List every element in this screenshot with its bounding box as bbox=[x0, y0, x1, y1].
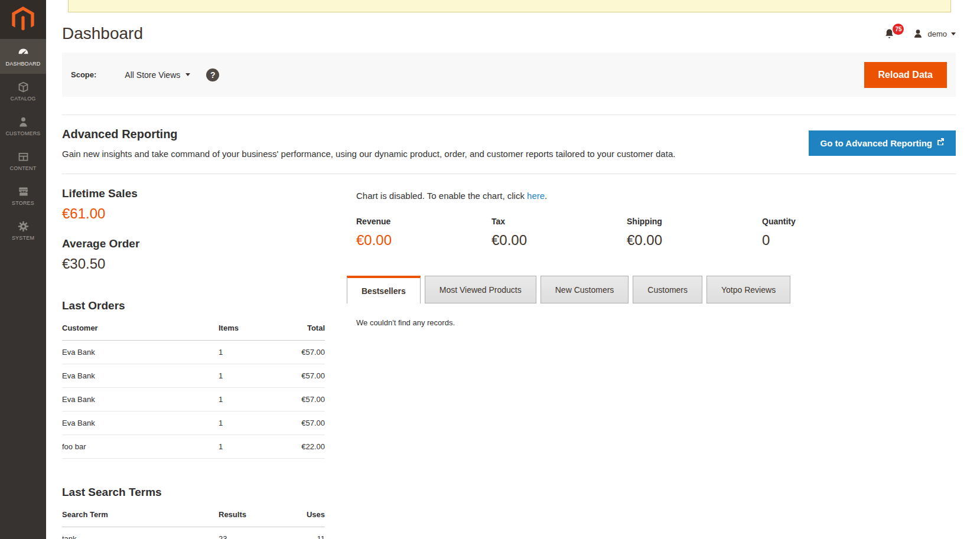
admin-sidebar: DASHBOARD CATALOG CUSTOMERS CONTENT STOR bbox=[0, 0, 46, 539]
dashboard-columns: Lifetime Sales €61.00 Average Order €30.… bbox=[62, 174, 956, 539]
table-row[interactable]: tank 23 11 bbox=[62, 527, 325, 539]
customers-person-icon bbox=[17, 116, 30, 128]
chevron-down-icon bbox=[185, 73, 190, 76]
cell-total: €22.00 bbox=[272, 435, 325, 459]
content-layout-icon bbox=[17, 151, 30, 163]
column-header-total: Total bbox=[272, 317, 325, 341]
lifetime-sales-value: €61.00 bbox=[62, 205, 325, 222]
kpi-label: Quantity bbox=[762, 217, 897, 226]
tab-most-viewed-products[interactable]: Most Viewed Products bbox=[425, 276, 536, 303]
system-gear-icon bbox=[17, 220, 30, 233]
sidebar-item-label: CONTENT bbox=[10, 165, 37, 171]
advanced-reporting-title: Advanced Reporting bbox=[62, 128, 675, 141]
go-to-advanced-reporting-button[interactable]: Go to Advanced Reporting bbox=[809, 130, 956, 156]
sidebar-item-customers[interactable]: CUSTOMERS bbox=[0, 109, 46, 143]
kpi-value: €0.00 bbox=[491, 232, 627, 249]
cell-items: 1 bbox=[219, 388, 272, 411]
table-row[interactable]: foo bar 1 €22.00 bbox=[62, 435, 325, 459]
advanced-reporting-description: Gain new insights and take command of yo… bbox=[62, 149, 675, 159]
notifications-button[interactable]: 75 bbox=[884, 28, 895, 40]
tab-yotpo-reviews[interactable]: Yotpo Reviews bbox=[706, 276, 790, 303]
kpi-value: 0 bbox=[762, 232, 897, 249]
chart-notice-text: Chart is disabled. To enable the chart, … bbox=[356, 191, 527, 201]
dashboard-gauge-icon bbox=[17, 46, 30, 58]
cell-customer: Eva Bank bbox=[62, 411, 219, 435]
average-order-metric: Average Order €30.50 bbox=[62, 237, 325, 272]
last-orders-section: Last Orders Customer Items Total Eva Ban… bbox=[62, 299, 325, 459]
table-row[interactable]: Eva Bank 1 €57.00 bbox=[62, 388, 325, 411]
tab-customers[interactable]: Customers bbox=[633, 276, 702, 303]
sidebar-item-dashboard[interactable]: DASHBOARD bbox=[0, 39, 46, 74]
table-row[interactable]: Eva Bank 1 €57.00 bbox=[62, 411, 325, 435]
enable-chart-link[interactable]: here bbox=[527, 191, 545, 201]
cell-items: 1 bbox=[219, 435, 272, 459]
kpi-row: Revenue €0.00 Tax €0.00 Shipping €0.00 Q… bbox=[356, 217, 956, 249]
table-header-row: Search Term Results Uses bbox=[62, 504, 325, 527]
cell-items: 1 bbox=[219, 411, 272, 435]
magento-logo[interactable] bbox=[0, 0, 46, 39]
notification-count-badge: 75 bbox=[893, 24, 904, 35]
kpi-label: Tax bbox=[491, 217, 627, 226]
empty-records-message: We couldn't find any records. bbox=[356, 318, 956, 327]
column-header-items: Items bbox=[219, 317, 272, 341]
store-view-switcher[interactable]: All Store Views bbox=[125, 70, 190, 80]
kpi-label: Shipping bbox=[627, 217, 762, 226]
chevron-down-icon bbox=[951, 32, 956, 35]
column-header-customer: Customer bbox=[62, 317, 219, 341]
kpi-quantity: Quantity 0 bbox=[762, 217, 897, 249]
sidebar-item-catalog[interactable]: CATALOG bbox=[0, 74, 46, 109]
kpi-revenue: Revenue €0.00 bbox=[356, 217, 491, 249]
sidebar-item-label: DASHBOARD bbox=[6, 61, 41, 67]
table-row[interactable]: Eva Bank 1 €57.00 bbox=[62, 341, 325, 364]
cell-search-term: tank bbox=[62, 527, 219, 539]
average-order-label: Average Order bbox=[62, 237, 325, 250]
tab-new-customers[interactable]: New Customers bbox=[541, 276, 629, 303]
advanced-reporting-section: Advanced Reporting Gain new insights and… bbox=[62, 115, 956, 174]
main-area: Dashboard 75 demo Scope: bbox=[46, 0, 980, 539]
chart-disabled-notice: Chart is disabled. To enable the chart, … bbox=[356, 191, 956, 201]
reload-data-button[interactable]: Reload Data bbox=[864, 62, 947, 88]
lifetime-sales-metric: Lifetime Sales €61.00 bbox=[62, 187, 325, 222]
scope-bar: Scope: All Store Views ? Reload Data bbox=[62, 53, 956, 97]
sidebar-item-label: CATALOG bbox=[10, 96, 35, 102]
advanced-reporting-text: Advanced Reporting Gain new insights and… bbox=[62, 128, 675, 159]
sidebar-item-content[interactable]: CONTENT bbox=[0, 143, 46, 178]
right-column: Chart is disabled. To enable the chart, … bbox=[347, 174, 956, 539]
go-to-advanced-reporting-label: Go to Advanced Reporting bbox=[821, 138, 932, 148]
username: demo bbox=[927, 30, 947, 38]
page-title: Dashboard bbox=[62, 24, 143, 43]
last-orders-title: Last Orders bbox=[62, 299, 325, 312]
catalog-box-icon bbox=[17, 81, 30, 93]
cell-total: €57.00 bbox=[272, 388, 325, 411]
chart-notice-suffix: . bbox=[545, 191, 547, 201]
help-icon[interactable]: ? bbox=[206, 68, 219, 81]
dashboard-tabs: Bestsellers Most Viewed Products New Cus… bbox=[347, 276, 956, 303]
lifetime-sales-label: Lifetime Sales bbox=[62, 187, 325, 200]
sidebar-item-stores[interactable]: STORES bbox=[0, 178, 46, 213]
average-order-value: €30.50 bbox=[62, 256, 325, 272]
user-menu[interactable]: demo bbox=[913, 28, 956, 39]
column-header-uses: Uses bbox=[272, 504, 325, 527]
cell-total: €57.00 bbox=[272, 341, 325, 364]
last-search-terms-table: Search Term Results Uses tank 23 11 bbox=[62, 504, 325, 539]
user-icon bbox=[913, 28, 923, 39]
magento-admin-app: DASHBOARD CATALOG CUSTOMERS CONTENT STOR bbox=[0, 0, 980, 539]
sidebar-item-system[interactable]: SYSTEM bbox=[0, 213, 46, 248]
sidebar-item-label: CUSTOMERS bbox=[5, 130, 40, 136]
notification-banner bbox=[68, 0, 951, 12]
scope-label: Scope: bbox=[71, 70, 96, 79]
cell-items: 1 bbox=[219, 341, 272, 364]
tab-bestsellers[interactable]: Bestsellers bbox=[347, 276, 421, 303]
last-orders-table: Customer Items Total Eva Bank 1 €57.00 bbox=[62, 317, 325, 459]
cell-customer: Eva Bank bbox=[62, 341, 219, 364]
cell-customer: Eva Bank bbox=[62, 364, 219, 388]
sidebar-item-label: SYSTEM bbox=[12, 235, 34, 241]
column-header-search-term: Search Term bbox=[62, 504, 219, 527]
table-row[interactable]: Eva Bank 1 €57.00 bbox=[62, 364, 325, 388]
last-search-terms-title: Last Search Terms bbox=[62, 486, 325, 499]
cell-customer: foo bar bbox=[62, 435, 219, 459]
cell-total: €57.00 bbox=[272, 364, 325, 388]
kpi-value: €0.00 bbox=[356, 232, 491, 249]
page-header: Dashboard 75 demo bbox=[46, 12, 980, 53]
last-search-terms-section: Last Search Terms Search Term Results Us… bbox=[62, 486, 325, 539]
